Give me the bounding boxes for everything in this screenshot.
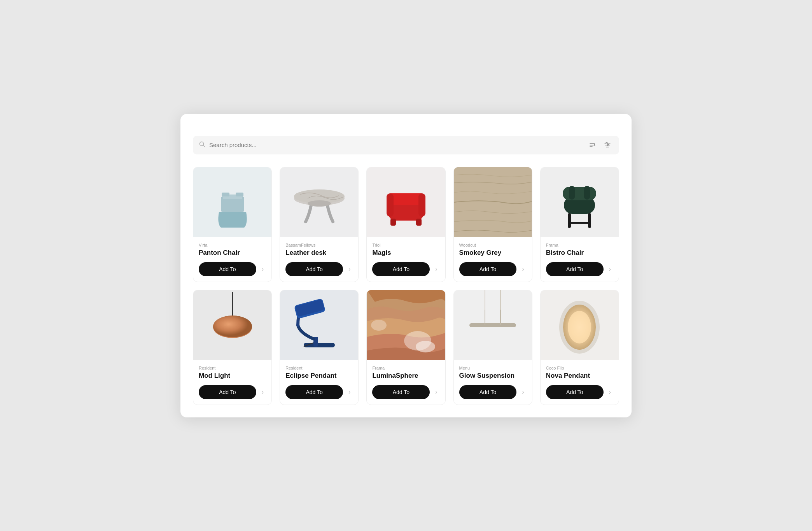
svg-rect-28 [568,213,571,228]
add-button-luminasphere[interactable]: Add To [372,385,430,399]
product-name-bistro-chair: Bistro Chair [546,249,613,257]
product-brand-magis: Trioli [372,243,439,247]
svg-rect-20 [418,193,425,217]
card-body-bistro-chair: Frama Bistro Chair Add To › [541,237,619,282]
product-image-glow-suspension [454,290,532,360]
product-image-magis [367,167,445,237]
product-brand-luminasphere: Frama [372,366,439,370]
card-body-eclipse-pendant: Resident Eclipse Pendant Add To › [280,360,358,405]
svg-rect-27 [584,186,590,200]
card-actions-magis: Add To › [372,262,439,276]
product-library-window: Virta Panton Chair Add To › Bas [180,114,632,417]
product-image-luminasphere [367,290,445,360]
chevron-button-glow-suspension[interactable]: › [520,387,526,397]
add-button-magis[interactable]: Add To [372,262,430,276]
product-brand-leather-desk: BassamFellows [285,243,353,247]
product-card-leather-desk: BassamFellows Leather desk Add To › [280,167,359,282]
card-body-glow-suspension: Menu Glow Suspension Add To › [454,360,532,405]
add-button-bistro-chair[interactable]: Add To [546,262,604,276]
card-body-leather-desk: BassamFellows Leather desk Add To › [280,237,358,282]
product-brand-mod-light: Resident [199,366,266,370]
add-button-mod-light[interactable]: Add To [199,385,256,399]
product-name-panton-chair: Panton Chair [199,249,266,257]
svg-point-9 [607,144,609,146]
product-card-eclipse-pendant: Resident Eclipse Pendant Add To › [280,290,359,405]
chevron-button-smokey-grey[interactable]: › [520,264,526,274]
product-brand-smokey-grey: Woodcut [459,243,527,247]
add-button-eclipse-pendant[interactable]: Add To [285,385,343,399]
svg-point-50 [568,311,591,343]
card-body-mod-light: Resident Mod Light Add To › [193,360,271,405]
product-image-nova-pendant [541,290,619,360]
product-name-eclipse-pendant: Eclipse Pendant [285,372,353,380]
chevron-button-eclipse-pendant[interactable]: › [346,387,353,397]
product-name-luminasphere: LuminaSphere [372,372,439,380]
card-body-luminasphere: Frama LuminaSphere Add To › [367,360,445,405]
card-actions-bistro-chair: Add To › [546,262,613,276]
svg-point-41 [416,341,435,352]
svg-point-42 [371,320,387,331]
svg-rect-26 [569,186,575,200]
product-name-magis: Magis [372,249,439,257]
product-card-magis: Trioli Magis Add To › [366,167,445,282]
product-image-bistro-chair [541,167,619,237]
add-button-glow-suspension[interactable]: Add To [459,385,517,399]
svg-rect-19 [387,193,394,217]
search-icon [199,141,205,149]
card-body-nova-pendant: Coco Flip Nova Pendant Add To › [541,360,619,405]
product-name-glow-suspension: Glow Suspension [459,372,527,380]
product-card-nova-pendant: Coco Flip Nova Pendant Add To › [540,290,619,405]
svg-rect-45 [469,323,516,327]
search-input[interactable] [209,142,583,148]
search-bar [193,136,619,154]
card-body-panton-chair: Virta Panton Chair Add To › [193,237,271,282]
search-bar-inner [199,141,583,149]
product-name-nova-pendant: Nova Pendant [546,372,613,380]
card-body-magis: Trioli Magis Add To › [367,237,445,282]
card-actions-panton-chair: Add To › [199,262,266,276]
product-image-panton-chair [193,167,271,237]
svg-rect-22 [416,219,422,226]
product-card-luminasphere: Frama LuminaSphere Add To › [366,290,445,405]
product-card-glow-suspension: Menu Glow Suspension Add To › [453,290,532,405]
svg-rect-12 [222,193,229,196]
chevron-button-mod-light[interactable]: › [259,387,266,397]
chevron-button-bistro-chair[interactable]: › [607,264,613,274]
product-card-panton-chair: Virta Panton Chair Add To › [193,167,272,282]
svg-rect-23 [454,167,532,237]
filter-button[interactable] [602,140,613,151]
product-name-mod-light: Mod Light [199,372,266,380]
svg-rect-29 [588,213,591,228]
svg-point-33 [213,315,252,337]
svg-rect-13 [236,193,243,196]
sort-button[interactable] [587,140,597,151]
chevron-button-leather-desk[interactable]: › [346,264,353,274]
product-brand-glow-suspension: Menu [459,366,527,370]
add-button-leather-desk[interactable]: Add To [285,262,343,276]
chevron-button-nova-pendant[interactable]: › [607,387,613,397]
chevron-button-magis[interactable]: › [433,264,439,274]
chevron-button-luminasphere[interactable]: › [433,387,439,397]
add-button-panton-chair[interactable]: Add To [199,262,256,276]
add-button-nova-pendant[interactable]: Add To [546,385,604,399]
product-card-smokey-grey: Woodcut Smokey Grey Add To › [453,167,532,282]
card-actions-nova-pendant: Add To › [546,385,613,399]
product-grid: Virta Panton Chair Add To › Bas [193,167,619,405]
product-card-bistro-chair: Frama Bistro Chair Add To › [540,167,619,282]
svg-point-8 [606,142,607,144]
product-brand-nova-pendant: Coco Flip [546,366,613,370]
add-button-smokey-grey[interactable]: Add To [459,262,517,276]
svg-point-16 [308,200,331,207]
card-actions-luminasphere: Add To › [372,385,439,399]
product-name-leather-desk: Leather desk [285,249,353,257]
chevron-button-panton-chair[interactable]: › [259,264,266,274]
svg-line-1 [203,145,205,147]
product-image-leather-desk [280,167,358,237]
card-actions-mod-light: Add To › [199,385,266,399]
card-actions-leather-desk: Add To › [285,262,353,276]
product-brand-panton-chair: Virta [199,243,266,247]
card-body-smokey-grey: Woodcut Smokey Grey Add To › [454,237,532,282]
product-image-smokey-grey [454,167,532,237]
card-actions-glow-suspension: Add To › [459,385,527,399]
search-actions [587,140,613,151]
